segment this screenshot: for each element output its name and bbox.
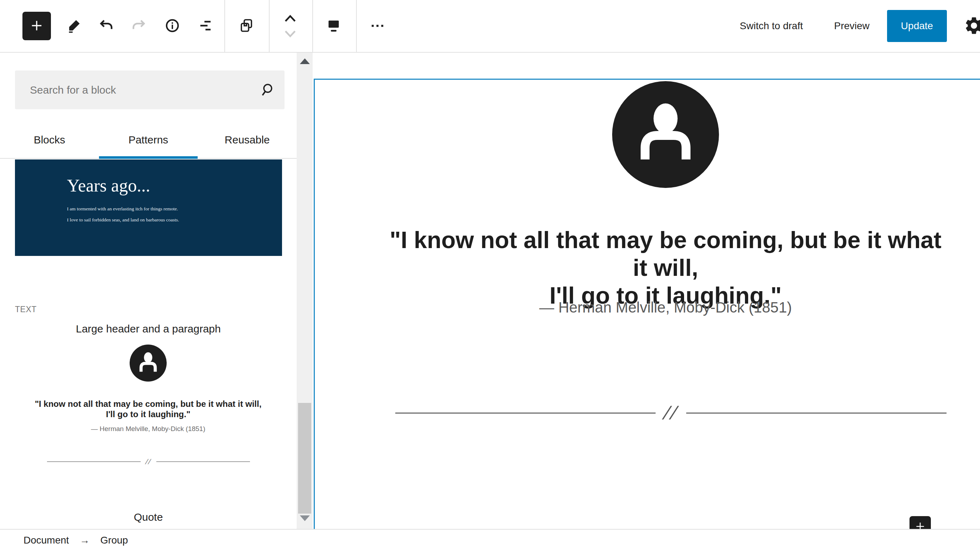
plus-icon <box>915 521 926 529</box>
block-search-box <box>15 70 285 109</box>
breadcrumb-arrow-icon: → <box>80 535 90 546</box>
move-down-button[interactable] <box>280 27 301 43</box>
pattern-name-quote[interactable]: Quote <box>0 511 297 523</box>
undo-icon <box>98 17 114 35</box>
tools-button[interactable] <box>64 15 85 37</box>
pattern-preview-large-header[interactable]: Years ago... I am tormented with an ever… <box>15 159 282 256</box>
scroll-down-arrow-icon[interactable] <box>300 515 310 521</box>
avatar-image-block[interactable] <box>612 81 719 189</box>
pattern-quote-citation: — Herman Melville, Moby-Dick (1851) <box>24 425 273 433</box>
redo-icon <box>131 17 147 35</box>
tab-label: Reusable <box>225 134 270 146</box>
citation-paragraph-block[interactable]: — Herman Melville, Moby-Dick (1851) <box>388 299 943 316</box>
pattern-quote-line: "I know not all that may be coming, but … <box>24 399 273 409</box>
scrollbar-thumb[interactable] <box>298 403 311 514</box>
tab-label: Blocks <box>34 134 65 146</box>
details-button[interactable] <box>162 15 183 37</box>
sidebar-scrollbar <box>297 53 313 529</box>
quote-paragraph-block[interactable]: "I know not all that may be coming, but … <box>388 226 943 309</box>
tab-label: Patterns <box>129 134 169 146</box>
block-switcher-button[interactable] <box>236 15 257 37</box>
preview-paragraph-line: I am tormented with an everlasting itch … <box>67 205 179 213</box>
inserter-sidebar: Blocks Patterns Reusable Years ago... I … <box>0 53 313 529</box>
switch-to-draft-button[interactable]: Switch to draft <box>740 15 803 37</box>
align-full-icon <box>326 17 342 35</box>
inserter-tabs: Blocks Patterns Reusable <box>0 121 297 159</box>
tab-active-underline <box>99 156 198 159</box>
pattern-separator: // <box>47 455 250 468</box>
wordpress-block-editor: Switch to draft Preview Update Blocks Pa… <box>0 0 980 551</box>
tab-blocks[interactable]: Blocks <box>0 121 99 158</box>
pencil-icon <box>66 18 82 35</box>
group-block-icon <box>238 17 255 35</box>
separator-block[interactable]: // <box>395 402 947 424</box>
separator-line <box>686 413 947 414</box>
person-avatar-icon <box>612 183 719 189</box>
chevron-down-icon <box>283 29 298 40</box>
scroll-up-arrow-icon[interactable] <box>300 59 310 64</box>
double-slash-icon: // <box>662 402 679 424</box>
double-slash-icon: // <box>145 458 152 466</box>
preview-paragraph-line: I love to sail forbidden seas, and land … <box>67 216 179 224</box>
block-inserter-button[interactable] <box>22 12 51 40</box>
undo-button[interactable] <box>95 15 117 37</box>
section-label-text: TEXT <box>15 305 37 314</box>
toolbar-divider <box>312 0 313 52</box>
breadcrumb-bar: Document → Group <box>0 529 980 551</box>
toolbar-divider <box>224 0 225 52</box>
pattern-preview-heading: Years ago... <box>67 175 150 196</box>
separator-line <box>156 461 250 462</box>
separator-line <box>395 413 655 414</box>
plus-icon <box>30 19 44 34</box>
block-search-input[interactable] <box>15 70 249 109</box>
quote-line: "I know not all that may be coming, but … <box>388 226 943 281</box>
pattern-quote-text: "I know not all that may be coming, but … <box>24 399 273 419</box>
settings-button[interactable] <box>962 14 980 38</box>
editor-toolbar: Switch to draft Preview Update <box>0 0 980 53</box>
breadcrumb-group[interactable]: Group <box>100 535 128 546</box>
pattern-quote-line: I'll go to it laughing." <box>24 409 273 419</box>
block-movers <box>280 11 301 43</box>
tab-reusable[interactable]: Reusable <box>198 121 297 158</box>
move-up-button[interactable] <box>280 11 301 27</box>
options-button[interactable] <box>367 15 388 37</box>
pattern-name-large-header[interactable]: Large header and a paragraph <box>0 323 297 335</box>
person-avatar-icon <box>130 345 167 383</box>
chevron-up-icon <box>283 13 298 24</box>
update-button[interactable]: Update <box>887 10 947 42</box>
append-block-button[interactable] <box>910 516 931 529</box>
alignment-button[interactable] <box>323 15 344 37</box>
redo-button[interactable] <box>128 15 150 37</box>
list-view-button[interactable] <box>195 15 216 37</box>
ellipsis-icon <box>369 17 386 35</box>
list-view-icon <box>197 17 214 35</box>
toolbar-divider <box>269 0 270 52</box>
gear-icon <box>964 15 980 37</box>
separator-line <box>47 461 141 462</box>
pattern-preview-paragraph: I am tormented with an everlasting itch … <box>67 205 179 224</box>
breadcrumb-document[interactable]: Document <box>24 535 69 546</box>
info-icon <box>164 17 181 35</box>
pattern-preview-quote[interactable]: "I know not all that may be coming, but … <box>0 337 297 487</box>
editor-canvas: "I know not all that may be coming, but … <box>313 53 980 529</box>
toolbar-divider <box>356 0 357 52</box>
tab-patterns[interactable]: Patterns <box>99 121 198 158</box>
search-icon <box>249 82 285 98</box>
preview-button[interactable]: Preview <box>834 15 870 37</box>
